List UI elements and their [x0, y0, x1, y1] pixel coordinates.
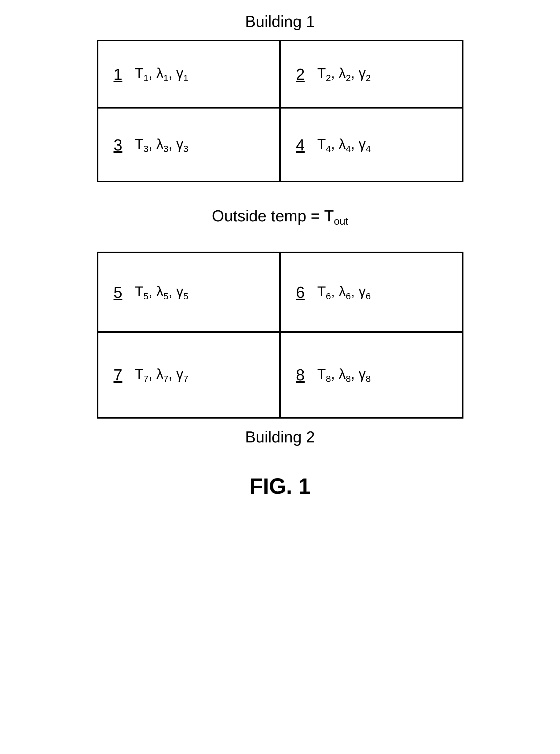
room-7-number: 7 — [114, 366, 129, 384]
room-6: 6 T6, λ6, γ6 — [280, 253, 462, 332]
building1-wrapper: Building 1 1 T1, λ1, γ1 2 T2, λ2, γ2 3 T… — [97, 12, 463, 182]
room-7-params: T7, λ7, γ7 — [135, 366, 188, 384]
room-7: 7 T7, λ7, γ7 — [98, 332, 280, 418]
room-6-number: 6 — [296, 283, 311, 302]
building2-grid: 5 T5, λ5, γ5 6 T6, λ6, γ6 7 T7, λ7, γ7 8… — [97, 252, 463, 419]
page-container: Building 1 1 T1, λ1, γ1 2 T2, λ2, γ2 3 T… — [66, 12, 494, 499]
building1-title: Building 1 — [245, 12, 315, 31]
room-8-params: T8, λ8, γ8 — [317, 366, 371, 384]
room-6-params: T6, λ6, γ6 — [317, 283, 371, 302]
room-1-params: T1, λ1, γ1 — [135, 65, 188, 83]
figure-label: FIG. 1 — [249, 473, 311, 499]
room-1: 1 T1, λ1, γ1 — [98, 41, 280, 108]
outside-temp-label: Outside temp = Tout — [212, 207, 348, 227]
room-4: 4 T4, λ4, γ4 — [280, 108, 462, 181]
room-3-params: T3, λ3, γ3 — [135, 136, 188, 154]
room-2-number: 2 — [296, 65, 311, 83]
room-3: 3 T3, λ3, γ3 — [98, 108, 280, 181]
room-8: 8 T8, λ8, γ8 — [280, 332, 462, 418]
room-3-number: 3 — [114, 136, 129, 154]
room-2: 2 T2, λ2, γ2 — [280, 41, 462, 108]
room-5: 5 T5, λ5, γ5 — [98, 253, 280, 332]
room-8-number: 8 — [296, 366, 311, 384]
room-5-number: 5 — [114, 283, 129, 302]
room-2-params: T2, λ2, γ2 — [317, 65, 371, 83]
room-5-params: T5, λ5, γ5 — [135, 283, 188, 302]
room-1-number: 1 — [114, 65, 129, 83]
building2-wrapper: 5 T5, λ5, γ5 6 T6, λ6, γ6 7 T7, λ7, γ7 8… — [97, 252, 463, 455]
building1-grid: 1 T1, λ1, γ1 2 T2, λ2, γ2 3 T3, λ3, γ3 4… — [97, 40, 463, 182]
room-4-number: 4 — [296, 136, 311, 154]
room-4-params: T4, λ4, γ4 — [317, 136, 371, 154]
building2-title: Building 2 — [245, 428, 315, 446]
